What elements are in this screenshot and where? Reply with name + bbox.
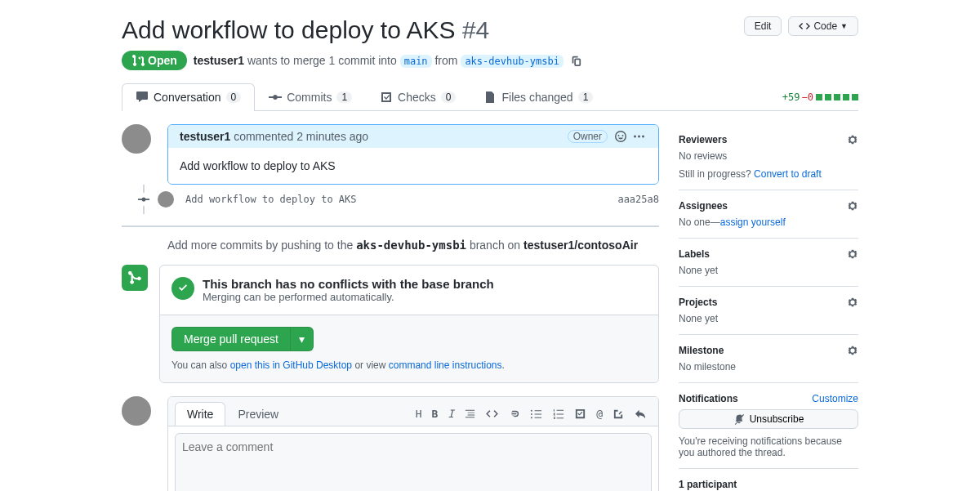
tab-conversation[interactable]: Conversation 0 (122, 83, 255, 110)
copy-icon[interactable] (570, 55, 581, 66)
italic-icon[interactable]: I (448, 408, 454, 420)
gear-icon[interactable] (847, 134, 858, 145)
state-badge: Open (122, 51, 187, 70)
gear-icon[interactable] (847, 200, 858, 212)
customize-link[interactable]: Customize (812, 393, 858, 404)
commit-dot-icon (138, 194, 149, 205)
tasklist-icon[interactable] (574, 408, 586, 420)
code-button[interactable]: Code ▼ (788, 16, 858, 36)
mention-icon[interactable]: @ (596, 408, 603, 420)
unsubscribe-button[interactable]: Unsubscribe (679, 409, 858, 429)
gear-icon[interactable] (847, 248, 858, 260)
crossref-icon[interactable] (612, 408, 625, 420)
owner-badge: Owner (568, 130, 608, 143)
avatar[interactable] (122, 396, 151, 426)
smiley-icon[interactable] (614, 130, 627, 143)
link-icon[interactable] (508, 408, 520, 420)
tab-commits[interactable]: Commits 1 (255, 83, 366, 110)
comment-textarea[interactable] (175, 433, 652, 491)
code-icon (799, 20, 810, 32)
heading-icon[interactable]: H (416, 408, 422, 420)
commit-icon (269, 91, 282, 104)
ul-icon[interactable] (530, 408, 542, 420)
merge-icon (122, 265, 148, 291)
assignees-title: Assignees (679, 200, 728, 212)
head-branch[interactable]: aks-devhub-ymsbi (461, 55, 564, 68)
md-toolbar: H B I @ (416, 408, 652, 420)
avatar[interactable] (158, 191, 174, 208)
bold-icon[interactable]: B (432, 408, 439, 420)
code-icon[interactable] (486, 408, 498, 420)
base-branch[interactable]: main (400, 55, 432, 68)
avatar[interactable] (122, 124, 151, 154)
gear-icon[interactable] (847, 297, 858, 308)
commit-row[interactable]: Add workflow to deploy to AKS aaa25a8 (143, 185, 659, 214)
kebab-icon[interactable] (634, 130, 647, 143)
gear-icon[interactable] (847, 345, 858, 356)
open-desktop-link[interactable]: open this in GitHub Desktop (230, 359, 352, 371)
tab-files[interactable]: Files changed 1 (470, 83, 607, 110)
quote-icon[interactable] (464, 408, 476, 420)
first-comment: testuser1 commented 2 minutes ago Owner … (167, 124, 659, 185)
merge-dropdown[interactable]: ▾ (290, 328, 313, 350)
write-tab[interactable]: Write (175, 402, 225, 426)
pr-tabs: Conversation 0 Commits 1 Checks 0 Files … (122, 83, 858, 111)
comment-icon (136, 91, 149, 104)
diffstat: +59 −0 (782, 92, 858, 103)
pr-title: Add workflow to deploy to AKS #4 (122, 16, 489, 44)
merge-status: This branch has no conflicts with the ba… (160, 266, 658, 315)
comment-body: Add workflow to deploy to AKS (168, 148, 658, 184)
ol-icon[interactable] (552, 408, 564, 420)
bell-slash-icon (733, 413, 745, 425)
reply-icon[interactable] (635, 408, 647, 420)
cli-instructions-link[interactable]: command line instructions (389, 359, 502, 371)
convert-draft-link[interactable]: Convert to draft (754, 168, 822, 180)
check-circle-icon (172, 277, 194, 300)
push-hint: Add more commits by pushing to the aks-d… (122, 239, 659, 252)
pr-meta: testuser1 wants to merge 1 commit into m… (194, 54, 564, 67)
git-pr-icon (131, 54, 145, 67)
merge-button[interactable]: Merge pull request ▾ (172, 327, 314, 351)
file-diff-icon (483, 91, 497, 104)
tab-checks[interactable]: Checks 0 (366, 83, 470, 110)
assign-yourself-link[interactable]: assign yourself (720, 216, 786, 228)
edit-button[interactable]: Edit (744, 16, 782, 36)
reviewers-title: Reviewers (679, 134, 727, 145)
preview-tab[interactable]: Preview (225, 402, 291, 426)
checks-icon (380, 91, 393, 104)
